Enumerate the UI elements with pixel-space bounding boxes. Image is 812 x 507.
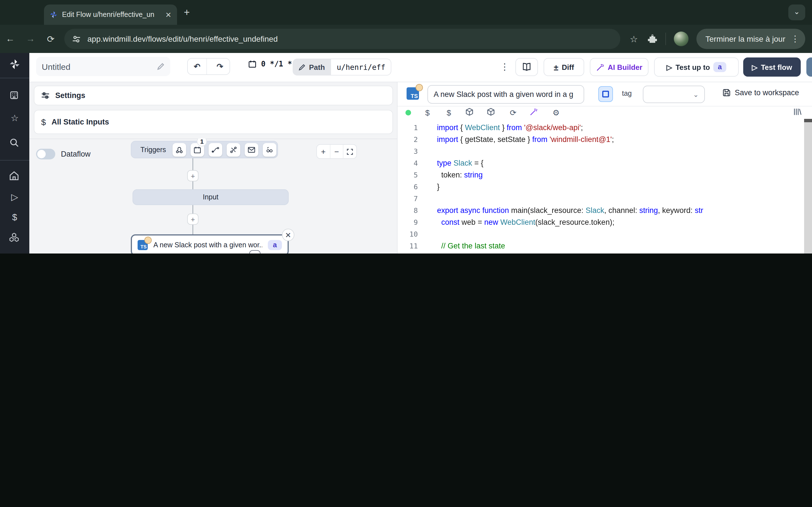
undo-redo-group: ↶ ↷ bbox=[187, 58, 230, 75]
script-settings-gear-icon[interactable]: ⚙ bbox=[551, 108, 561, 118]
zoom-in-button[interactable]: + bbox=[317, 145, 330, 158]
browser-tab[interactable]: Edit Flow u/henri/effective_un ✕ bbox=[44, 4, 177, 25]
new-tab-button[interactable]: + bbox=[184, 7, 190, 18]
sidebar-item-search[interactable] bbox=[9, 137, 20, 149]
sidebar-item-workspace[interactable] bbox=[9, 90, 20, 101]
save-draft-button[interactable]: Draft bbox=[806, 57, 812, 76]
undo-button[interactable]: ↶ bbox=[188, 59, 207, 74]
selected-step-indicator-button[interactable] bbox=[598, 86, 613, 102]
email-trigger-icon[interactable] bbox=[245, 143, 259, 156]
address-bar[interactable]: app.windmill.dev/flows/edit/u/henri/effe… bbox=[64, 29, 620, 49]
dataflow-toggle[interactable] bbox=[36, 149, 55, 159]
step-summary-input[interactable] bbox=[427, 85, 584, 104]
kafka-trigger-icon[interactable] bbox=[227, 143, 241, 156]
wand-icon bbox=[596, 63, 605, 71]
code-line[interactable]: 7 bbox=[398, 193, 812, 205]
code-line[interactable]: 1import { WebClient } from '@slack/web-a… bbox=[398, 122, 812, 133]
script-toolbar: $ $ ⟳ ⚙ bbox=[398, 107, 812, 119]
flow-name-input[interactable]: Untitled bbox=[36, 57, 170, 76]
editor-scrollbar[interactable] bbox=[804, 119, 812, 253]
ai-wand-icon[interactable] bbox=[529, 108, 540, 118]
chrome-menu-kebab-icon[interactable]: ⋮ bbox=[791, 34, 799, 44]
package-icon[interactable] bbox=[465, 108, 475, 118]
code-line[interactable]: 12 const lastState: any = await getState… bbox=[398, 252, 812, 253]
site-info-icon[interactable] bbox=[72, 35, 81, 43]
code-line[interactable]: 10 bbox=[398, 228, 812, 240]
delete-step-icon[interactable]: ✕ bbox=[282, 229, 294, 241]
code-line[interactable]: 2import { getState, setState } from 'win… bbox=[398, 133, 812, 145]
flow-editor-header: Untitled ↶ ↷ 0 */1 * * * * Path u/henri/… bbox=[29, 53, 812, 82]
code-line[interactable]: 6} bbox=[398, 181, 812, 193]
all-static-inputs-bar[interactable]: $ All Static Inputs bbox=[34, 110, 393, 134]
variables-icon[interactable]: $ bbox=[422, 108, 433, 118]
ai-builder-button[interactable]: AI Builder bbox=[590, 58, 649, 76]
play-icon: ▷ bbox=[666, 63, 672, 71]
chrome-update-button[interactable]: Terminer la mise à jour ⋮ bbox=[696, 29, 805, 49]
library-icon[interactable] bbox=[794, 108, 804, 118]
docs-button[interactable] bbox=[515, 58, 538, 76]
flow-node-input[interactable]: Input bbox=[133, 189, 289, 205]
code-line[interactable]: 11 // Get the last state bbox=[398, 240, 812, 252]
plus-minus-icon: ± bbox=[554, 62, 558, 72]
baby-emoji-icon bbox=[416, 84, 423, 91]
zoom-out-button[interactable]: − bbox=[330, 145, 343, 158]
sidebar-divider bbox=[0, 160, 29, 161]
more-options-kebab-icon[interactable]: ⋮ bbox=[499, 59, 510, 75]
insert-step-icon[interactable]: + bbox=[187, 214, 199, 225]
package-icon[interactable] bbox=[487, 108, 497, 118]
poll-trigger-icon[interactable] bbox=[263, 143, 276, 156]
code-line[interactable]: 4type Slack = { bbox=[398, 157, 812, 169]
path-value[interactable]: u/henri/eff bbox=[331, 59, 391, 75]
dollar-icon: $ bbox=[41, 117, 46, 127]
resources-dollar-icon[interactable]: $ bbox=[444, 108, 454, 118]
test-up-to-button[interactable]: ▷ Test up to a bbox=[654, 57, 739, 76]
tab-close-icon[interactable]: ✕ bbox=[165, 10, 171, 19]
dataflow-label: Dataflow bbox=[61, 150, 91, 158]
webhook-trigger-icon[interactable] bbox=[173, 143, 186, 156]
bookmark-star-icon[interactable]: ☆ bbox=[628, 34, 640, 44]
diff-button[interactable]: ± Diff bbox=[544, 58, 584, 76]
tab-search-chevron-icon[interactable]: ⌄ bbox=[788, 4, 805, 20]
scrollbar-thumb[interactable] bbox=[804, 122, 812, 253]
insert-step-icon[interactable]: + bbox=[187, 170, 199, 181]
forward-icon[interactable]: → bbox=[20, 34, 41, 44]
sidebar-item-favorites[interactable]: ☆ bbox=[9, 113, 20, 124]
flow-node-step-a[interactable]: TS A new Slack post with a given wor... … bbox=[131, 234, 289, 253]
save-to-workspace-button[interactable]: Save to workspace bbox=[722, 89, 799, 97]
test-flow-button[interactable]: ▷ Test flow bbox=[743, 57, 801, 76]
redo-button[interactable]: ↷ bbox=[210, 59, 230, 74]
sidebar-item-runs[interactable]: ▷ bbox=[9, 191, 20, 203]
browser-toolbar: ← → ⟳ app.windmill.dev/flows/edit/u/henr… bbox=[0, 25, 812, 53]
code-editor[interactable]: 1import { WebClient } from '@slack/web-a… bbox=[398, 119, 812, 253]
script-header: TS tag ⌄ Save to workspace bbox=[398, 82, 812, 107]
stop-after-step-icon[interactable] bbox=[249, 250, 260, 253]
windmill-logo-icon[interactable] bbox=[9, 59, 20, 70]
flow-graph-canvas[interactable]: Dataflow + − Triggers 1 bbox=[29, 138, 397, 253]
fit-view-button[interactable] bbox=[344, 145, 356, 158]
dataflow-toggle-row: Dataflow bbox=[36, 149, 91, 159]
code-line[interactable]: 3 bbox=[398, 145, 812, 157]
back-icon[interactable]: ← bbox=[0, 34, 20, 44]
step-editor-panel: TS tag ⌄ Save to workspace $ $ ⟳ ⚙ 1impo… bbox=[397, 82, 812, 253]
reset-icon[interactable]: ⟳ bbox=[508, 108, 518, 118]
sidebar-item-variables[interactable]: $ bbox=[9, 212, 20, 223]
typescript-icon: TS bbox=[407, 87, 419, 100]
code-line[interactable]: 8export async function main(slack_resour… bbox=[398, 205, 812, 216]
profile-avatar[interactable] bbox=[674, 32, 689, 46]
code-line[interactable]: 5 token: string bbox=[398, 169, 812, 181]
extensions-icon[interactable] bbox=[647, 34, 658, 44]
flow-settings-bar[interactable]: Settings bbox=[34, 86, 393, 105]
route-trigger-icon[interactable] bbox=[209, 143, 222, 156]
edit-pencil-icon[interactable] bbox=[157, 62, 165, 70]
edit-pencil-icon bbox=[298, 63, 306, 71]
sidebar-item-resources[interactable] bbox=[9, 232, 20, 243]
reload-icon[interactable]: ⟳ bbox=[41, 34, 61, 44]
sidebar-divider bbox=[0, 78, 29, 78]
code-line[interactable]: 9 const web = new WebClient(slack_resour… bbox=[398, 216, 812, 228]
sidebar-item-home[interactable] bbox=[9, 171, 20, 182]
flow-path-chip[interactable]: Path u/henri/eff bbox=[293, 59, 392, 75]
triggers-node[interactable]: Triggers 1 bbox=[131, 141, 278, 158]
status-dot bbox=[405, 110, 411, 115]
tag-select[interactable]: ⌄ bbox=[643, 86, 705, 103]
toolbar-divider bbox=[665, 33, 666, 45]
